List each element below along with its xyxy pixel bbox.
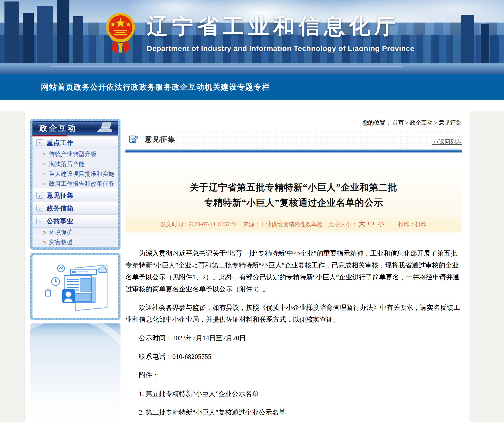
body-paragraph: 联系电话：010-68205755 <box>125 351 462 363</box>
double-arrow-icon: » <box>43 151 46 157</box>
double-arrow-icon: » <box>43 181 46 187</box>
font-large-button[interactable]: 大 <box>358 220 365 228</box>
body-paragraph: 附件： <box>125 369 462 381</box>
section-header: 意见征集 >>返回列表 <box>125 131 462 149</box>
article-body: 为深入贯彻习近平总书记关于“培育一批‘专精特新’中小企业”的重要指示精神，工业和… <box>125 234 462 422</box>
nav-item[interactable]: 依法行政 <box>106 83 139 91</box>
spacer-band <box>0 100 504 111</box>
waterfront <box>0 63 504 74</box>
page-background: 政企互动 <box>0 111 504 422</box>
nav-item[interactable]: 机关建设 <box>205 83 237 91</box>
laptop-icon <box>96 122 115 135</box>
breadcrumb: 您的位置： 首页政企互动意见征集 <box>125 119 462 127</box>
site-subtitle-en: Department of Industry and Information T… <box>147 44 415 53</box>
breadcrumb-link[interactable]: 意见征集 <box>439 120 462 126</box>
sidebar-illustration-box <box>30 253 120 320</box>
meta-fade <box>125 230 462 234</box>
attachment-link[interactable]: 2. 第二批专精特新“小巨人”复核通过企业公示名单 <box>125 406 462 418</box>
article-title-block: 关于辽宁省第五批专精特新“小巨人”企业和第二批 专精特新“小巨人”复核通过企业名… <box>125 167 462 230</box>
sidebar-menu-item[interactable]: › » 政务信箱 <box>32 202 118 215</box>
double-arrow-icon: » <box>43 171 46 177</box>
nav-item[interactable]: 政企互动 <box>172 83 205 91</box>
city-tower <box>57 0 69 63</box>
city-tower <box>461 15 474 63</box>
section-divider-bar <box>125 149 462 153</box>
attachment-link[interactable]: 1. 第五批专精特新“小巨人”企业公示名单 <box>125 388 462 400</box>
sidebar: 政企互动 <box>30 119 120 422</box>
site-banner: 辽宁省工业和信息化厅 Department of Industry and In… <box>0 0 504 74</box>
city-tower <box>73 16 83 63</box>
section-title: 意见征集 <box>145 134 176 144</box>
sidebar-header: 政企互动 <box>32 121 118 135</box>
double-arrow-icon: » <box>43 239 46 245</box>
body-paragraph: 公示时间：2023年7月14日至7月20日 <box>125 332 462 344</box>
national-emblem-icon <box>105 10 136 57</box>
breadcrumb-link[interactable]: 政企互动 <box>410 120 439 126</box>
sidebar-menu-item[interactable]: › » 淘汰落后产能 <box>32 159 118 169</box>
sidebar-menu-item[interactable]: › » 公益事业 <box>32 215 118 228</box>
sidebar-gradient-panel <box>30 323 120 422</box>
font-medium-button[interactable]: 中 <box>368 220 375 228</box>
source-label: 来源： <box>243 221 260 227</box>
chevron-right-icon: › <box>36 205 43 211</box>
top-navigation: 网站首页政务公开依法行政政务服务政企互动机关建设专题专栏 <box>0 74 504 100</box>
print-label: 打印： <box>398 221 415 227</box>
sidebar-menu-box: 政企互动 <box>30 119 120 250</box>
source-value: 工业供给侧结构性改革处 <box>260 221 323 227</box>
nav-item[interactable]: 政务服务 <box>139 83 172 91</box>
city-tower <box>23 13 34 63</box>
article-title-line2: 专精特新“小巨人”复核通过企业名单的公示 <box>125 195 462 211</box>
sidebar-menu-item[interactable]: › » 传统产业转型升级 <box>32 149 118 159</box>
chevron-right-icon: › <box>36 218 43 224</box>
main-content: 您的位置： 首页政企互动意见征集 意见征集 >>返回列表 <box>120 112 470 422</box>
sidebar-menu-item[interactable]: › » 重大建设项目批准和实施 <box>32 169 118 179</box>
sidebar-menu-item[interactable]: › » 政府工作报告和改革任务 <box>32 179 118 189</box>
sidebar-menu: › » 重点工作 › » 传统产业转型升级 › » 淘汰落后产能 › <box>32 136 118 247</box>
double-arrow-icon: » <box>43 161 46 167</box>
city-tower <box>4 1 19 63</box>
breadcrumb-link[interactable]: 首页 <box>392 120 410 126</box>
body-paragraph: 为深入贯彻习近平总书记关于“培育一批‘专精特新’中小企业”的重要指示精神，工业和… <box>125 247 462 295</box>
content-wrapper: 政企互动 <box>25 111 470 422</box>
sidebar-menu-item[interactable]: › » 环境保护 <box>32 228 118 237</box>
publish-time: 2023-07-14 10:52:21 <box>189 221 237 227</box>
double-arrow-icon: » <box>43 229 46 236</box>
nav-item[interactable]: 专题专栏 <box>237 83 270 91</box>
sidebar-menu-item[interactable]: › » 意见征集 <box>32 189 118 202</box>
body-paragraph: 欢迎社会各界参与监督，如有异议，按照《优质中小企业梯度培育管理暂行办法》中有关要… <box>125 302 462 325</box>
nav-item[interactable]: 网站首页 <box>41 83 74 91</box>
sidebar-title: 政企互动 <box>39 123 77 134</box>
article: 关于辽宁省第五批专精特新“小巨人”企业和第二批 专精特新“小巨人”复核通过企业名… <box>125 167 462 422</box>
font-small-button[interactable]: 小 <box>377 220 384 228</box>
article-meta: 发文时间：2023-07-14 10:52:21 来源：工业供给侧结构性改革处 … <box>125 217 462 230</box>
sidebar-menu-item[interactable]: › » 重点工作 <box>32 136 118 149</box>
breadcrumb-label: 您的位置： <box>362 120 391 126</box>
print-button[interactable]: 打印 <box>415 221 427 227</box>
sidebar-menu-item[interactable]: › » 灾害救援 <box>32 237 118 247</box>
publish-time-label: 发文时间： <box>160 221 189 227</box>
chevron-right-icon: › <box>36 139 43 146</box>
chevron-right-icon: › <box>36 192 43 199</box>
nav-item[interactable]: 政务公开 <box>74 83 106 91</box>
article-title-line1: 关于辽宁省第五批专精特新“小巨人”企业和第二批 <box>125 180 462 195</box>
fontsize-label: 文字大小： <box>329 221 357 227</box>
edit-note-icon <box>128 134 138 145</box>
city-tower <box>481 24 489 63</box>
site-title: 辽宁省工业和信息化厅 <box>147 12 415 41</box>
interaction-illustration <box>32 255 118 318</box>
back-to-list-link[interactable]: >>返回列表 <box>432 138 462 146</box>
city-tower <box>37 6 53 63</box>
